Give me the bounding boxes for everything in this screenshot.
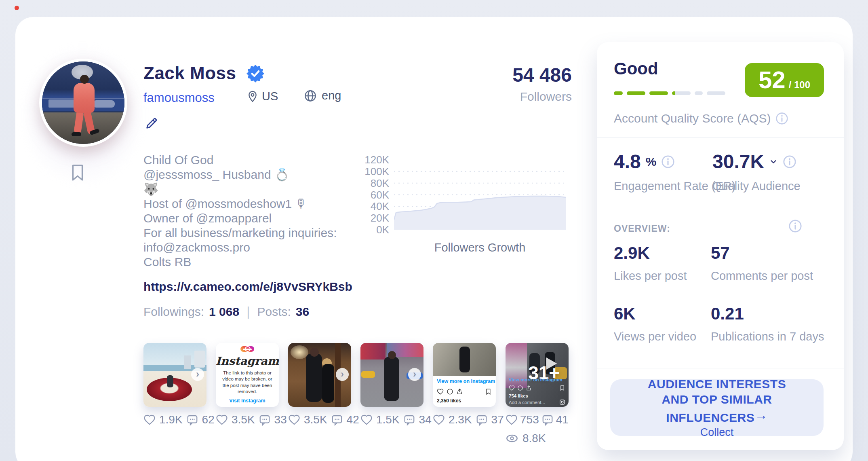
- chart-title: Followers Growth: [382, 241, 578, 254]
- visit-instagram-link[interactable]: Visit Instagram: [229, 398, 265, 404]
- info-icon[interactable]: [783, 155, 796, 169]
- y-axis-tick: 60K: [353, 190, 389, 200]
- post-thumbnail-1[interactable]: ›: [143, 343, 206, 407]
- profile-name: Zack Moss: [143, 63, 236, 83]
- carousel-chevron-icon[interactable]: ›: [408, 368, 421, 381]
- embed-likes: 2,350 likes: [437, 398, 461, 404]
- external-link[interactable]: https://v.cameo.com/e/j8VvSRYkBsb: [143, 280, 352, 294]
- post-thumbnail-4[interactable]: ›: [360, 343, 423, 407]
- comment-icon: [403, 414, 415, 426]
- aqs-score: 52: [758, 63, 786, 97]
- instagram-camera-icon: [559, 399, 565, 405]
- add-comment-placeholder[interactable]: Add a comment...: [509, 400, 545, 405]
- comment-icon: [447, 388, 453, 395]
- followings-value: 1 068: [209, 305, 239, 319]
- post-stats-4: 1.5K 34: [360, 413, 437, 426]
- bio-line: 🐺: [143, 182, 337, 197]
- comments-count: 62: [202, 413, 215, 426]
- verified-badge-icon: [246, 65, 264, 82]
- carousel-chevron-icon[interactable]: ›: [191, 368, 204, 381]
- post-views-6: 8.8K: [506, 432, 546, 445]
- y-axis-tick: 40K: [353, 201, 389, 211]
- posts-value: 36: [296, 305, 309, 319]
- carousel-chevron-icon[interactable]: ›: [336, 368, 349, 381]
- recording-dot: [15, 6, 19, 10]
- comments-per-post-label: Comments per post: [711, 269, 813, 283]
- aqs-progress-segment: [672, 91, 691, 95]
- bookmark-icon: [485, 388, 492, 395]
- heart-icon: [506, 414, 518, 426]
- post-thumbnail-6[interactable]: 31+ View more on Instagram 754 likes Add…: [506, 343, 569, 407]
- followings-label: Followings:: [143, 305, 204, 319]
- y-axis-tick: 20K: [353, 213, 389, 223]
- bio-line: For all business/marketing inquiries:: [143, 226, 337, 240]
- heart-icon: [143, 414, 156, 426]
- followers-label: Followers: [445, 90, 572, 104]
- comment-icon: [541, 414, 554, 426]
- likes-count: 3.5K: [232, 413, 255, 426]
- heart-icon: [216, 414, 228, 426]
- heart-icon: [509, 385, 515, 391]
- comment-icon: [476, 414, 488, 426]
- post-stats-1: 1.9K 62: [143, 413, 220, 426]
- posts-label: Posts:: [257, 305, 291, 319]
- y-axis-tick: 0K: [353, 224, 389, 235]
- view-more-link[interactable]: View more on Instagram: [437, 379, 495, 384]
- comments-per-post-value: 57: [711, 243, 730, 263]
- aqs-progress-segment: [649, 91, 668, 95]
- heart-icon: [288, 414, 300, 426]
- comments-count: 41: [556, 413, 569, 426]
- aqs-progress-segment: [627, 91, 645, 95]
- heart-icon: [360, 414, 373, 426]
- post-thumbnail-5[interactable]: View more on Instagram 2,350 likes: [433, 343, 496, 407]
- aqs-score-badge: 52 / 100: [745, 63, 824, 97]
- country-row: US: [247, 90, 278, 103]
- broken-link-message: The link to this photo or video may be b…: [219, 370, 276, 395]
- likes-count: 2.3K: [449, 413, 472, 426]
- views-per-video-label: Views per video: [614, 330, 696, 343]
- edit-pencil-icon[interactable]: [145, 116, 158, 130]
- avatar: [39, 59, 127, 147]
- chevron-down-icon[interactable]: [769, 157, 778, 166]
- aqs-progress-bar: [614, 91, 725, 95]
- comment-icon: [186, 414, 198, 426]
- post-stats-6: 753 41: [506, 413, 582, 426]
- aqs-score-max: / 100: [789, 79, 810, 91]
- post-thumbnail-2[interactable]: Instagram The link to this photo or vide…: [216, 343, 279, 407]
- comments-count: 37: [491, 413, 504, 426]
- info-icon[interactable]: [661, 155, 675, 169]
- profile-username[interactable]: famousmoss: [143, 91, 215, 105]
- comment-icon: [259, 414, 271, 426]
- bookmark-icon[interactable]: [70, 163, 86, 182]
- embed-likes: 754 likes: [509, 393, 528, 398]
- chart-y-axis: 120K100K80K60K40K20K0K: [353, 154, 389, 235]
- comments-count: 42: [347, 413, 359, 426]
- divider: [597, 212, 844, 212]
- post-stats-5: 2.3K 37: [433, 413, 510, 426]
- audience-interests-button[interactable]: AUDIENCE INTERESTS AND TOP SIMILAR INFLU…: [610, 379, 824, 436]
- likes-count: 1.9K: [159, 413, 183, 426]
- heart-icon: [433, 414, 445, 426]
- views-count: 8.8K: [522, 432, 546, 445]
- info-icon[interactable]: [788, 219, 802, 233]
- post-stats-3: 3.5K 42: [288, 413, 365, 426]
- aqs-label: Account Quality Score (AQS): [614, 112, 771, 125]
- aqs-panel: Good 52 / 100 Account Quality Score (AQS…: [597, 42, 844, 450]
- country-label: US: [262, 90, 278, 103]
- bio-line: Host of @mossmodeshow1 🎙: [143, 197, 337, 211]
- info-icon[interactable]: [775, 112, 788, 125]
- comments-count: 34: [419, 413, 432, 426]
- followings-posts-row: Followings: 1 068 | Posts: 36: [143, 304, 309, 319]
- publications-value: 0.21: [711, 304, 744, 324]
- bio-line: Child Of God: [143, 153, 337, 167]
- quality-audience-value: 30.7K: [712, 150, 764, 173]
- view-more-link[interactable]: View more on Instagram: [509, 377, 563, 382]
- post-thumbnail-3[interactable]: ›: [288, 343, 351, 407]
- collect-label: Collect: [700, 426, 734, 439]
- aqs-rating: Good: [614, 59, 658, 78]
- engagement-rate-value: 4.8: [614, 150, 641, 173]
- influencer-profile-page: Zack Moss famousmoss US eng 54 486 Follo…: [0, 0, 868, 461]
- y-axis-tick: 120K: [353, 154, 389, 165]
- aqs-progress-segment: [614, 91, 623, 95]
- followers-count: 54 486: [445, 64, 572, 86]
